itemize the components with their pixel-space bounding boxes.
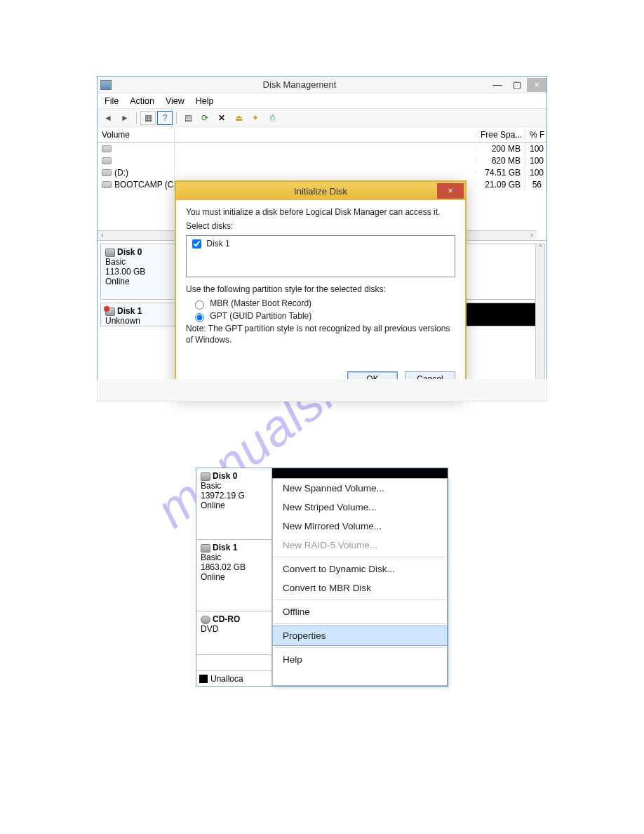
col-spacer — [175, 133, 476, 136]
disk-management-window: Disk Management — ▢ × File Action View H… — [97, 76, 547, 402]
disk1-info: Disk 1 Unknown — [101, 303, 177, 326]
s2-legend-label: Unalloca — [210, 674, 243, 684]
disk1-checkbox-label: Disk 1 — [206, 239, 229, 249]
delete-icon[interactable]: ✕ — [214, 111, 229, 125]
disk-select-list[interactable]: Disk 1 — [186, 235, 455, 277]
s2-disk1-status: Online — [201, 572, 267, 582]
disk1-checkbox-row[interactable]: Disk 1 — [189, 237, 452, 251]
dialog-title: Initialize Disk — [176, 186, 465, 197]
mbr-radio-row[interactable]: MBR (Master Boot Record) — [192, 298, 455, 310]
disk0-partition-bar[interactable] — [272, 468, 448, 478]
scroll-up-icon[interactable]: ˄ — [536, 244, 544, 252]
s2-disk0-size: 13972.19 G — [201, 491, 267, 501]
help-icon[interactable]: ? — [157, 111, 173, 125]
disk-info-column: Disk 0 Basic 13972.19 G Online Disk 1 Ba… — [196, 468, 272, 686]
dialog-body: You must initialize a disk before Logica… — [176, 200, 465, 355]
partition-style-label: Use the following partition style for th… — [186, 284, 455, 294]
eject-icon[interactable]: ⏏ — [231, 111, 246, 125]
gpt-radio-row[interactable]: GPT (GUID Partition Table) — [192, 311, 455, 322]
dialog-titlebar[interactable]: Initialize Disk × — [176, 182, 465, 200]
initialize-disk-dialog: Initialize Disk × You must initialize a … — [175, 180, 467, 395]
window-footer-strip — [97, 379, 547, 402]
table-view-icon[interactable]: ▦ — [140, 111, 156, 125]
toolbar-separator — [176, 112, 177, 124]
col-percent-free[interactable]: % F — [525, 128, 546, 141]
scroll-left-icon[interactable]: ‹ — [98, 231, 107, 240]
disk-management-content: Volume Free Spa... % F 200 MB 100 620 MB… — [98, 127, 546, 401]
s2-disk1-panel[interactable]: Disk 1 Basic 1863.02 GB Online — [196, 540, 271, 611]
toolbar-separator — [136, 112, 137, 124]
volume-pct: 100 — [525, 166, 546, 179]
s2-disk0-panel[interactable]: Disk 0 Basic 13972.19 G Online — [196, 468, 271, 540]
volume-name: BOOTCAMP (C:) — [114, 180, 175, 190]
context-menu: New Spanned Volume... New Striped Volume… — [272, 478, 448, 686]
disk-icon — [105, 249, 115, 257]
volume-free: 200 MB — [476, 143, 525, 155]
gpt-radio[interactable] — [195, 313, 204, 322]
s2-disk1-type: Basic — [201, 552, 267, 562]
menu-convert-dynamic[interactable]: Convert to Dynamic Disk... — [273, 560, 447, 578]
volume-row[interactable]: 200 MB 100 — [98, 143, 546, 154]
menu-view[interactable]: View — [166, 96, 185, 106]
minimize-button[interactable]: — — [488, 78, 507, 92]
disk0-status: Online — [105, 277, 172, 286]
menu-new-spanned[interactable]: New Spanned Volume... — [273, 479, 447, 498]
dialog-note: Note: The GPT partition style is not rec… — [186, 324, 455, 345]
attach-icon[interactable]: ⎙ — [264, 111, 280, 125]
props-icon[interactable]: ▤ — [180, 111, 196, 125]
disk-icon — [201, 472, 210, 481]
window-titlebar[interactable]: Disk Management — ▢ × — [98, 77, 546, 93]
menu-properties[interactable]: Properties — [272, 626, 448, 646]
menu-separator — [274, 623, 445, 624]
forward-arrow-icon[interactable]: ► — [117, 111, 133, 125]
disk-icon — [201, 544, 210, 552]
s2-cdrom-panel[interactable]: CD-RO DVD — [196, 611, 271, 655]
s2-cd-type: DVD — [201, 624, 267, 634]
back-arrow-icon[interactable]: ◄ — [100, 111, 116, 125]
menu-help[interactable]: Help — [196, 96, 214, 106]
volume-free: 620 MB — [476, 154, 525, 167]
volume-row[interactable]: 620 MB 100 — [98, 154, 546, 166]
dialog-instruction: You must initialize a disk before Logica… — [186, 207, 455, 217]
refresh-icon[interactable]: ⟳ — [197, 111, 213, 125]
menu-new-mirrored[interactable]: New Mirrored Volume... — [273, 517, 447, 536]
menu-file[interactable]: File — [105, 96, 119, 106]
s2-disk1-size: 1863.02 GB — [201, 562, 267, 572]
wizard-icon[interactable]: ✦ — [248, 111, 263, 125]
disk1-checkbox[interactable] — [192, 239, 201, 249]
toolbar: ◄ ► ▦ ? ▤ ⟳ ✕ ⏏ ✦ ⎙ — [98, 109, 546, 127]
menu-new-striped[interactable]: New Striped Volume... — [273, 498, 447, 517]
drive-icon — [102, 169, 112, 176]
volume-name: (D:) — [114, 168, 128, 178]
menu-convert-mbr[interactable]: Convert to MBR Disk — [273, 578, 447, 597]
menu-help[interactable]: Help — [273, 650, 447, 669]
col-free-space[interactable]: Free Spa... — [476, 128, 525, 141]
drive-icon — [102, 145, 112, 152]
scroll-right-icon[interactable]: › — [527, 231, 537, 240]
menu-new-raid5: New RAID-5 Volume... — [273, 536, 447, 555]
vertical-scrollbar[interactable]: ˄ — [535, 244, 545, 383]
cdrom-icon — [201, 616, 210, 624]
s2-disk0-name: Disk 0 — [213, 471, 237, 481]
disk1-type: Unknown — [105, 316, 172, 326]
s2-legend: Unalloca — [196, 670, 272, 686]
maximize-button[interactable]: ▢ — [507, 78, 527, 92]
s2-disk1-name: Disk 1 — [213, 543, 237, 552]
gpt-radio-label: GPT (GUID Partition Table) — [210, 311, 311, 321]
volume-free: 21.09 GB — [476, 178, 525, 191]
mbr-radio[interactable] — [195, 300, 204, 310]
dialog-close-button[interactable]: × — [437, 183, 464, 199]
menu-action[interactable]: Action — [130, 96, 154, 106]
volume-row[interactable]: (D:) 74.51 GB 100 — [98, 166, 546, 178]
disk0-name: Disk 0 — [117, 247, 142, 257]
menu-offline[interactable]: Offline — [273, 602, 447, 621]
col-volume[interactable]: Volume — [98, 128, 175, 141]
select-disks-label: Select disks: — [186, 221, 455, 231]
disk-error-icon — [105, 307, 115, 316]
legend-swatch-black — [199, 675, 208, 683]
window-title: Disk Management — [112, 79, 488, 90]
disk0-info: Disk 0 Basic 113.00 GB Online — [101, 244, 177, 299]
menu-bar: File Action View Help — [98, 93, 546, 109]
close-button[interactable]: × — [527, 78, 546, 92]
volume-pct: 100 — [525, 154, 546, 167]
